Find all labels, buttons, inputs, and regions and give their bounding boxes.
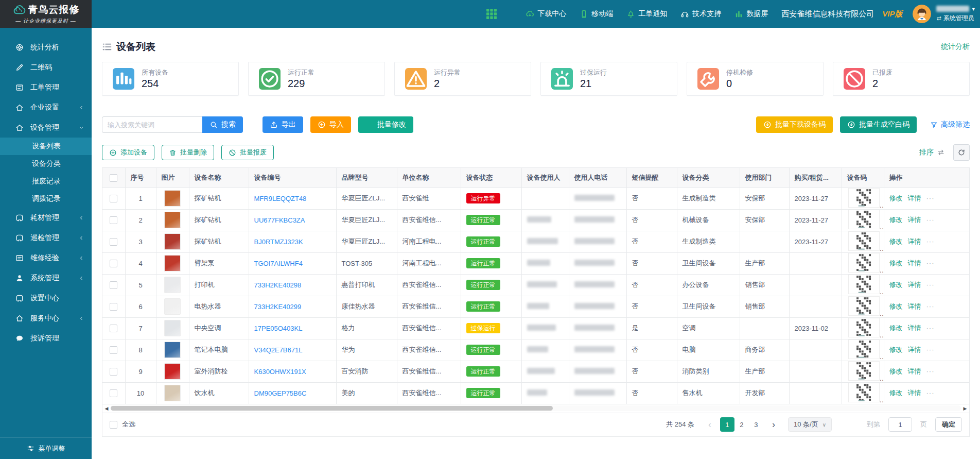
device-code-link[interactable]: TGOI7AILWHF4 [254, 260, 303, 267]
sidebar-subitem-设备列表[interactable]: 设备列表 [0, 138, 92, 155]
detail-link[interactable]: 详情 [908, 367, 921, 375]
sidebar-item-统计分析[interactable]: 统计分析 [0, 37, 92, 57]
page-button-2[interactable]: 2 [734, 417, 749, 432]
sidebar-subitem-调拨记录[interactable]: 调拨记录 [0, 190, 92, 208]
apps-grid-icon[interactable] [485, 8, 498, 20]
add-device-button[interactable]: 添加设备 [102, 145, 154, 160]
vip-badge[interactable]: VIP版 [882, 9, 902, 19]
row-checkbox[interactable] [110, 281, 117, 289]
detail-link[interactable]: 详情 [908, 346, 921, 353]
user-menu[interactable]: ▾ [936, 6, 975, 12]
edit-link[interactable]: 修改 [889, 281, 903, 288]
edit-link[interactable]: 修改 [889, 324, 903, 332]
sidebar-item-巡检管理[interactable]: 巡检管理 [0, 228, 92, 248]
device-code-link[interactable]: K630OHWX191X [254, 368, 306, 376]
goto-confirm-button[interactable]: 确定 [935, 417, 962, 432]
brand-logo[interactable]: 青鸟云报修 — 让企业维保更及时 — [0, 0, 92, 28]
device-code-link[interactable]: MFR9LEQQZT48 [254, 195, 307, 202]
nav-cloud-down[interactable]: 下载中心 [526, 9, 566, 19]
device-qr-code[interactable] [848, 310, 880, 317]
scrollbar-track[interactable] [111, 405, 961, 411]
header-checkbox[interactable] [110, 174, 117, 182]
select-all[interactable]: 全选 [110, 420, 135, 429]
detail-link[interactable]: 详情 [908, 259, 921, 267]
device-qr-code[interactable] [848, 331, 880, 339]
row-checkbox[interactable] [110, 368, 117, 376]
edit-link[interactable]: 修改 [889, 237, 903, 245]
edit-link[interactable]: 修改 [889, 216, 903, 224]
sidebar-item-工单管理[interactable]: 工单管理 [0, 77, 92, 97]
refresh-button[interactable] [953, 144, 970, 161]
nav-headset[interactable]: 技术支持 [680, 9, 721, 19]
row-checkbox[interactable] [110, 238, 117, 246]
sidebar-item-企业设置[interactable]: 企业设置 [0, 97, 92, 117]
row-checkbox[interactable] [110, 346, 117, 354]
export-button[interactable]: 导出 [262, 116, 303, 133]
row-checkbox[interactable] [110, 195, 117, 202]
device-code-link[interactable]: BJ0RTMZJ323K [254, 238, 303, 246]
sidebar-item-系统管理[interactable]: 系统管理 [0, 268, 92, 288]
scroll-right-icon[interactable]: ▶ [962, 406, 968, 411]
more-actions[interactable]: ··· [926, 324, 935, 332]
page-button-3[interactable]: 3 [749, 417, 763, 432]
more-actions[interactable]: ··· [926, 216, 935, 224]
pager-refresh-icon[interactable] [845, 419, 855, 430]
row-checkbox[interactable] [110, 260, 117, 267]
device-qr-code[interactable] [848, 266, 880, 274]
edit-link[interactable]: 修改 [889, 259, 903, 267]
sidebar-item-二维码[interactable]: 二维码 [0, 57, 92, 77]
sidebar-subitem-报废记录[interactable]: 报废记录 [0, 173, 92, 190]
batch-scrap-button[interactable]: 批量报废 [221, 145, 274, 160]
detail-link[interactable]: 详情 [908, 237, 921, 245]
scroll-left-icon[interactable]: ◀ [103, 406, 110, 411]
detail-link[interactable]: 详情 [908, 216, 921, 224]
search-button[interactable]: 搜索 [202, 116, 243, 133]
more-actions[interactable]: ··· [926, 302, 935, 310]
device-code-link[interactable]: UU677FKBC3ZA [254, 216, 305, 224]
device-qr-code[interactable] [848, 353, 880, 361]
more-actions[interactable]: ··· [926, 281, 935, 288]
batch-download-codes-button[interactable]: 批量下载设备码 [756, 116, 833, 133]
detail-link[interactable]: 详情 [908, 302, 921, 310]
sidebar-item-投诉管理[interactable]: 投诉管理 [0, 328, 92, 348]
sidebar-item-维修经验[interactable]: 维修经验 [0, 248, 92, 268]
row-checkbox[interactable] [110, 303, 117, 311]
device-qr-code[interactable] [848, 245, 880, 252]
detail-link[interactable]: 详情 [908, 389, 921, 397]
row-checkbox[interactable] [110, 216, 117, 224]
search-input[interactable] [102, 116, 202, 133]
detail-link[interactable]: 详情 [908, 194, 921, 202]
more-actions[interactable]: ··· [926, 346, 935, 353]
detail-link[interactable]: 详情 [908, 324, 921, 332]
prev-page-icon[interactable]: ‹ [704, 419, 716, 430]
sidebar-item-menu-adjust[interactable]: 菜单调整 [0, 437, 92, 459]
detail-link[interactable]: 详情 [908, 281, 921, 288]
device-qr-code[interactable] [848, 375, 880, 382]
more-actions[interactable]: ··· [926, 389, 935, 397]
avatar[interactable] [913, 5, 931, 23]
edit-link[interactable]: 修改 [889, 389, 903, 397]
import-button[interactable]: 导入 [310, 116, 351, 133]
select-all-checkbox[interactable] [110, 421, 117, 429]
more-actions[interactable]: ··· [926, 237, 935, 245]
nav-bell[interactable]: 工单通知 [626, 9, 667, 19]
nav-chart[interactable]: 数据屏 [734, 9, 768, 19]
device-qr-code[interactable] [848, 396, 880, 404]
device-qr-code[interactable] [848, 288, 880, 296]
device-code-link[interactable]: V34Q2E7B671L [254, 346, 303, 354]
nav-phone[interactable]: 移动端 [580, 9, 613, 19]
batch-generate-blank-codes-button[interactable]: 批量生成空白码 [840, 116, 917, 133]
edit-link[interactable]: 修改 [889, 367, 903, 375]
batch-edit-button[interactable]: 批量修改 [358, 116, 413, 133]
role-switcher[interactable]: ⇄ 系统管理员 [936, 14, 974, 23]
next-page-icon[interactable]: › [767, 419, 780, 430]
device-qr-code[interactable] [848, 223, 880, 231]
more-actions[interactable]: ··· [926, 367, 935, 375]
device-qr-code[interactable] [848, 201, 880, 209]
row-checkbox[interactable] [110, 389, 117, 397]
sidebar-item-服务中心[interactable]: 服务中心 [0, 308, 92, 328]
sidebar-item-耗材管理[interactable]: 耗材管理 [0, 208, 92, 228]
scrollbar-thumb[interactable] [111, 406, 553, 411]
page-size-select[interactable]: 10 条/页 ∨ [788, 417, 832, 432]
sort-link[interactable]: 排序 [919, 148, 945, 157]
